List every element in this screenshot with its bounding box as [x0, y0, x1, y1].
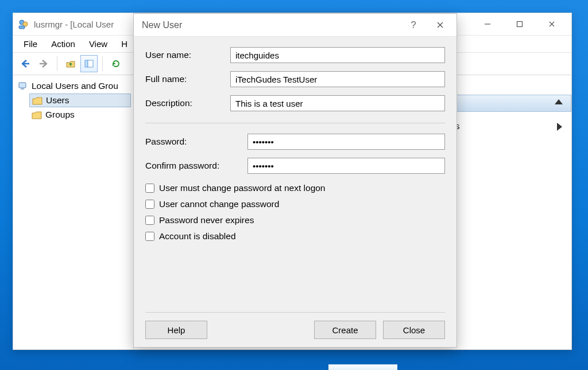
minimize-button[interactable]: [471, 15, 504, 33]
checkbox-never-expires[interactable]: [145, 216, 154, 225]
dialog-body: User name: Full name: Description: Passw…: [134, 37, 457, 347]
input-user-name[interactable]: [230, 47, 445, 63]
svg-rect-2: [19, 26, 25, 29]
menu-help[interactable]: H: [114, 37, 134, 51]
menu-file[interactable]: File: [17, 37, 44, 51]
actions-sub-row[interactable]: s: [455, 120, 571, 135]
checkbox-label: User must change password at next logon: [159, 183, 326, 193]
refresh-button[interactable]: [107, 55, 125, 72]
tree-item-label: Users: [46, 95, 69, 106]
svg-rect-5: [88, 60, 93, 67]
up-folder-button[interactable]: [62, 55, 79, 72]
folder-icon: [32, 111, 42, 119]
new-user-dialog: New User ? User name: Full name: Descrip…: [133, 13, 457, 348]
app-icon: [18, 18, 29, 30]
tree-item-groups[interactable]: Groups: [29, 108, 131, 121]
svg-rect-7: [21, 88, 24, 89]
label-description: Description:: [145, 98, 230, 108]
input-description[interactable]: [230, 95, 445, 111]
taskbar-fragment: [328, 364, 397, 370]
row-user-name: User name:: [145, 47, 445, 63]
tree-item-users[interactable]: Users: [29, 94, 131, 107]
checkbox-group: User must change password at next logon …: [145, 183, 445, 247]
checkbox-cannot-change[interactable]: [145, 200, 154, 209]
show-hide-tree-button[interactable]: [80, 55, 98, 72]
checkbox-label: Password never expires: [159, 215, 254, 225]
label-full-name: Full name:: [145, 74, 230, 84]
check-account-disabled[interactable]: Account is disabled: [145, 231, 445, 242]
nav-back-button[interactable]: [17, 55, 34, 72]
label-confirm-password: Confirm password:: [145, 161, 247, 171]
tree-root-label: Local Users and Grou: [32, 81, 118, 91]
checkbox-account-disabled[interactable]: [145, 232, 154, 241]
input-full-name[interactable]: [230, 71, 445, 87]
input-confirm-password[interactable]: [247, 158, 445, 174]
dialog-help-button[interactable]: ?: [400, 20, 427, 31]
svg-rect-4: [85, 60, 88, 67]
tree-root[interactable]: Local Users and Grou: [16, 80, 131, 92]
check-never-expires[interactable]: Password never expires: [145, 215, 445, 225]
chevron-right-icon: [557, 123, 562, 131]
label-user-name: User name:: [145, 50, 230, 60]
computer-icon: [18, 81, 28, 91]
actions-pane-header[interactable]: [455, 95, 571, 112]
help-button[interactable]: Help: [145, 321, 207, 339]
menu-action[interactable]: Action: [44, 37, 82, 51]
checkbox-must-change[interactable]: [145, 184, 154, 193]
row-full-name: Full name:: [145, 71, 445, 87]
dialog-button-row: Help Create Close: [145, 321, 445, 339]
input-password[interactable]: [247, 134, 445, 150]
toolbar-separator: [57, 56, 57, 71]
main-title: lusrmgr - [Local User: [34, 20, 114, 29]
dialog-titlebar[interactable]: New User ?: [134, 14, 457, 37]
dialog-close-button[interactable]: [427, 17, 453, 34]
close-button[interactable]: Close: [383, 321, 445, 339]
svg-rect-6: [19, 83, 26, 88]
check-must-change[interactable]: User must change password at next logon: [145, 183, 445, 193]
check-cannot-change[interactable]: User cannot change password: [145, 199, 445, 209]
create-button[interactable]: Create: [314, 321, 376, 339]
row-confirm-password: Confirm password:: [145, 158, 445, 174]
dialog-title: New User: [142, 20, 182, 30]
checkbox-label: Account is disabled: [159, 231, 236, 242]
close-button[interactable]: [536, 15, 568, 33]
folder-icon: [32, 96, 42, 105]
row-description: Description:: [145, 95, 445, 111]
separator: [145, 123, 445, 123]
separator: [145, 312, 445, 313]
caption-buttons: [471, 15, 568, 33]
tree-item-label: Groups: [45, 110, 75, 120]
label-password: Password:: [145, 137, 247, 147]
nav-forward-button[interactable]: [35, 55, 52, 72]
row-password: Password:: [145, 134, 445, 150]
chevron-up-icon: [555, 99, 563, 104]
maximize-button[interactable]: [504, 15, 536, 33]
tree-pane[interactable]: Local Users and Grou Users Groups: [13, 75, 134, 349]
toolbar-separator: [102, 56, 103, 71]
menu-view[interactable]: View: [82, 37, 114, 51]
svg-rect-3: [517, 22, 523, 27]
checkbox-label: User cannot change password: [159, 199, 279, 209]
